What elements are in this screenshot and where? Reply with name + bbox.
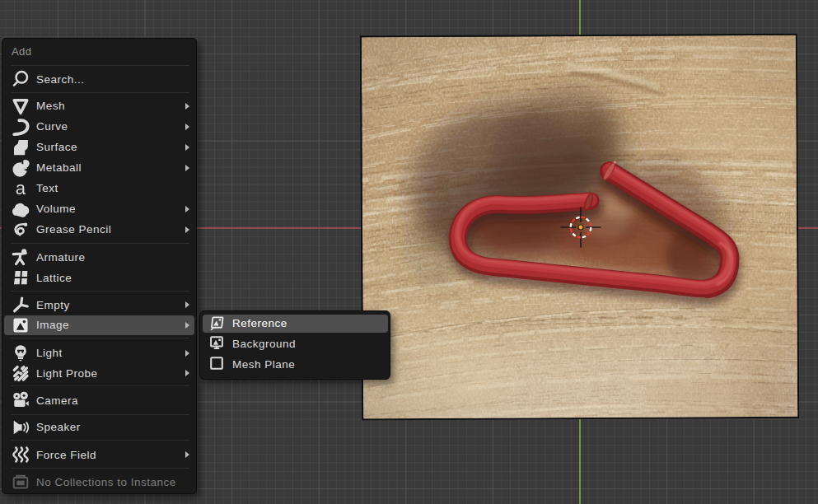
svg-text:a: a bbox=[16, 180, 26, 198]
